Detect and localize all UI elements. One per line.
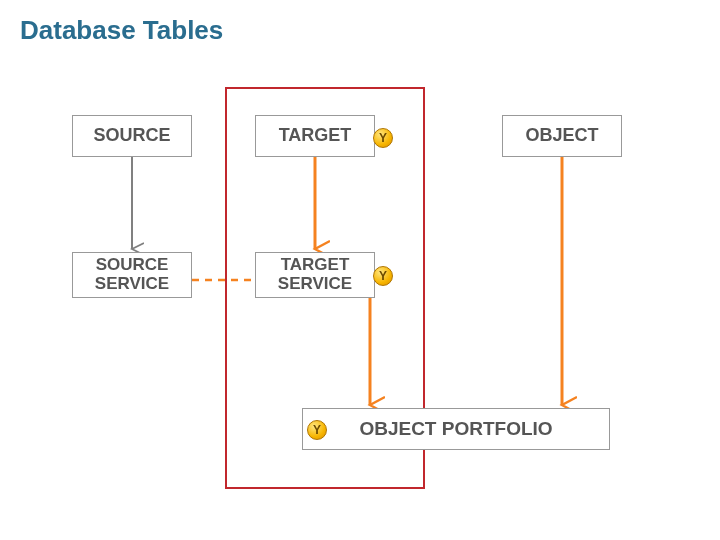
box-object: OBJECT bbox=[502, 115, 622, 157]
diagram-canvas: SOURCE TARGET Y OBJECT SOURCE SERVICE TA… bbox=[0, 0, 720, 540]
box-source: SOURCE bbox=[72, 115, 192, 157]
box-source-service-label: SOURCE SERVICE bbox=[77, 256, 187, 293]
box-object-portfolio-label: OBJECT PORTFOLIO bbox=[359, 419, 552, 440]
badge-glyph: Y bbox=[379, 269, 387, 283]
box-target-service: TARGET SERVICE bbox=[255, 252, 375, 298]
box-source-label: SOURCE bbox=[93, 126, 170, 146]
box-object-portfolio: OBJECT PORTFOLIO bbox=[302, 408, 610, 450]
box-target: TARGET bbox=[255, 115, 375, 157]
badge-target: Y bbox=[373, 128, 393, 148]
badge-glyph: Y bbox=[379, 131, 387, 145]
badge-target-service: Y bbox=[373, 266, 393, 286]
box-object-label: OBJECT bbox=[525, 126, 598, 146]
badge-glyph: Y bbox=[313, 423, 321, 437]
box-source-service: SOURCE SERVICE bbox=[72, 252, 192, 298]
badge-object-portfolio: Y bbox=[307, 420, 327, 440]
box-target-label: TARGET bbox=[279, 126, 352, 146]
box-target-service-label: TARGET SERVICE bbox=[260, 256, 370, 293]
